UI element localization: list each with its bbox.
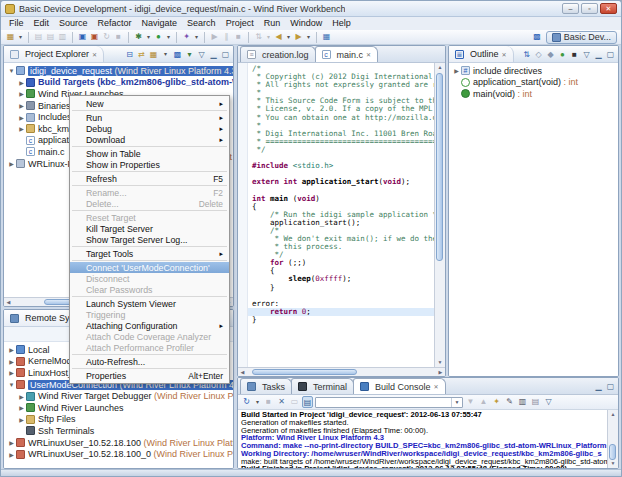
external-tools-dropdown-icon[interactable]: ▾ — [193, 31, 200, 43]
debug-dropdown-icon[interactable]: ▾ — [145, 31, 152, 43]
back-dropdown-icon[interactable]: ▾ — [285, 31, 292, 43]
menu-navigate[interactable]: Navigate — [137, 17, 183, 30]
tree-item-main-void[interactable]: main(void) : int — [449, 88, 618, 100]
run-icon[interactable]: ● — [153, 31, 164, 43]
remove-launch-icon[interactable]: ✕ — [276, 396, 287, 408]
menu-file[interactable]: File — [4, 17, 29, 30]
open-perspective-icon[interactable]: ▩ — [532, 31, 543, 43]
tree-item-wrlinuxuser-10-52-18-100-0[interactable]: ▶WRLinuxUser_10.52.18.100_0 (Wind River … — [4, 448, 233, 460]
expander-icon[interactable]: ▶ — [7, 369, 16, 376]
console-tab-tasks[interactable]: Tasks — [240, 378, 292, 394]
window-maximize-button[interactable]: ▫ — [581, 3, 598, 14]
menu-source[interactable]: Source — [54, 17, 93, 30]
expander-icon[interactable]: ▶ — [7, 358, 16, 365]
link-with-editor-icon[interactable]: ⇄ — [137, 49, 146, 60]
scrollbar-thumb[interactable] — [436, 73, 443, 261]
sort-icon[interactable]: ⇅ — [253, 31, 264, 43]
expander-icon[interactable]: ▼ — [7, 68, 16, 74]
sort-dropdown-icon[interactable]: ▾ — [265, 31, 272, 43]
show-in-table-icon[interactable]: ▦ — [321, 31, 332, 43]
customize-view-icon[interactable]: ▦ — [149, 49, 158, 60]
minimize-icon[interactable]: ▁ — [209, 49, 218, 60]
expander-icon[interactable]: ▶ — [7, 439, 16, 446]
hide-static-icon[interactable]: ◆ — [546, 49, 555, 60]
hide-fields-icon[interactable]: ◇ — [534, 49, 543, 60]
context-menu-item-download[interactable]: Download▸ — [70, 134, 229, 145]
scrollbar-thumb[interactable] — [609, 444, 616, 460]
menu-project[interactable]: Project — [221, 17, 259, 30]
context-menu-item-debug[interactable]: Debug▸ — [70, 123, 229, 134]
tree-item-idigi-device-request[interactable]: ▼idigi_device_request (Wind River Linux … — [4, 65, 233, 77]
context-menu-item-auto-refresh[interactable]: Auto-Refresh... — [70, 356, 229, 367]
pin-console-icon[interactable]: ▤ — [302, 396, 313, 408]
terminate-icon[interactable]: ■ — [263, 396, 274, 408]
scroll-down-icon[interactable]: ▼ — [435, 358, 445, 367]
edit-icon[interactable]: ✎ — [504, 396, 515, 408]
outline-tab[interactable]: ≣ Outline ✕ — [449, 46, 514, 62]
expander-icon[interactable]: ▶ — [452, 67, 461, 74]
scroll-up-icon[interactable]: ▲ — [608, 410, 618, 419]
expander-icon[interactable]: ▶ — [17, 90, 26, 97]
view-menu-icon[interactable]: ▽ — [582, 49, 591, 60]
hide-non-public-icon[interactable]: ● — [558, 49, 567, 60]
minimize-icon[interactable]: ▁ — [594, 381, 603, 392]
filters-dropdown-icon[interactable]: ▾ — [185, 49, 194, 60]
debug-icon[interactable]: ✱ — [133, 31, 144, 43]
context-menu-item-properties[interactable]: PropertiesAlt+Enter — [70, 370, 229, 381]
context-menu-item-new[interactable]: New▸ — [70, 98, 229, 109]
console-refresh-icon[interactable]: ↻ — [241, 396, 252, 408]
menu-edit[interactable]: Edit — [29, 17, 55, 30]
editor-hscrollbar[interactable]: ◀ ▶ — [238, 367, 445, 376]
context-menu-item-connect-usermodeconnection[interactable]: Connect 'UserModeConnection' — [70, 262, 229, 273]
console-search-input[interactable] — [316, 398, 451, 407]
tree-item-wrlinuxuser-10-52-18-100[interactable]: ▶WRLinuxUser_10.52.18.100 (Wind River Li… — [4, 437, 233, 449]
expander-icon[interactable]: ▶ — [17, 125, 26, 132]
code-editor[interactable]: /* * Copyright (c) 2012 Digi Internation… — [248, 63, 434, 367]
copy-icon[interactable]: ▥ — [517, 396, 528, 408]
close-icon[interactable]: ✕ — [366, 51, 371, 58]
expander-icon[interactable]: ▶ — [17, 404, 26, 411]
console-tab-terminal[interactable]: Terminal — [291, 378, 354, 394]
new-wizard-dropdown-icon[interactable]: ▾ — [17, 31, 24, 43]
expander-icon[interactable]: ▶ — [7, 346, 16, 353]
expander-icon[interactable]: ▼ — [7, 382, 16, 388]
context-menu-item-launch-system-viewer[interactable]: Launch System Viewer — [70, 298, 229, 309]
close-icon[interactable]: ✕ — [92, 51, 97, 58]
build-icon[interactable]: ▣ — [77, 31, 88, 43]
context-menu-item-attaching-configuration[interactable]: Attaching Configuration▸ — [70, 320, 229, 331]
project-explorer-tab[interactable]: Project Explorer ✕ — [4, 46, 104, 62]
menu-window[interactable]: Window — [285, 17, 327, 30]
build-all-icon[interactable]: ▣ — [89, 31, 100, 43]
window-minimize-button[interactable]: – — [562, 3, 579, 14]
working-sets-icon[interactable]: ▩ — [173, 49, 182, 60]
scroll-right-icon[interactable]: ▶ — [436, 368, 445, 376]
previous-match-icon[interactable]: ▲ — [478, 396, 489, 408]
terminate-icon[interactable]: ■ — [233, 31, 244, 43]
tree-item-wind-river-launches[interactable]: ▶Wind River Launches — [4, 402, 233, 414]
tree-item-build-targets-kbc-km2m806-glibc-std-atom-wrlinux-platform[interactable]: ▶Build Targets (kbc_km2m806-glibc_std-at… — [4, 77, 233, 89]
menu-run[interactable]: Run — [259, 17, 286, 30]
collapse-all-icon[interactable]: ⊟ — [125, 49, 134, 60]
forward-icon[interactable]: ▶ — [293, 31, 304, 43]
close-icon[interactable]: ✕ — [502, 51, 507, 58]
perspective-button[interactable]: Basic Dev... — [546, 31, 617, 44]
expander-icon[interactable]: ▶ — [17, 79, 26, 86]
expander-icon[interactable]: ▶ — [17, 416, 26, 423]
run-dropdown-icon[interactable]: ▾ — [165, 31, 172, 43]
refresh-build-icon[interactable]: ↻ — [101, 31, 112, 43]
menu-search[interactable]: Search — [182, 17, 221, 30]
console-vscrollbar[interactable]: ▲ ▼ — [607, 410, 618, 468]
sort-icon[interactable]: ⇅ — [522, 49, 531, 60]
editor-tab-creation-log[interactable]: ≡creation.log — [240, 46, 316, 62]
scroll-left-icon[interactable]: ◀ — [238, 368, 247, 376]
context-menu-item-show-in-properties[interactable]: Show in Properties — [70, 159, 229, 170]
editor-vscrollbar[interactable]: ▲ ▼ — [434, 63, 445, 367]
console-search-combo[interactable]: ▼ — [315, 397, 463, 408]
export-log-icon[interactable]: ▤ — [530, 396, 541, 408]
save-icon[interactable]: ▤ — [33, 31, 44, 43]
context-menu-item-run[interactable]: Run▸ — [70, 112, 229, 123]
print-icon[interactable]: ▥ — [57, 31, 68, 43]
console-tab-build-console[interactable]: Build Console✕ — [353, 378, 446, 394]
tree-item-include-directives[interactable]: ▶#include directives — [449, 65, 618, 77]
scroll-down-icon[interactable]: ▼ — [608, 459, 618, 468]
